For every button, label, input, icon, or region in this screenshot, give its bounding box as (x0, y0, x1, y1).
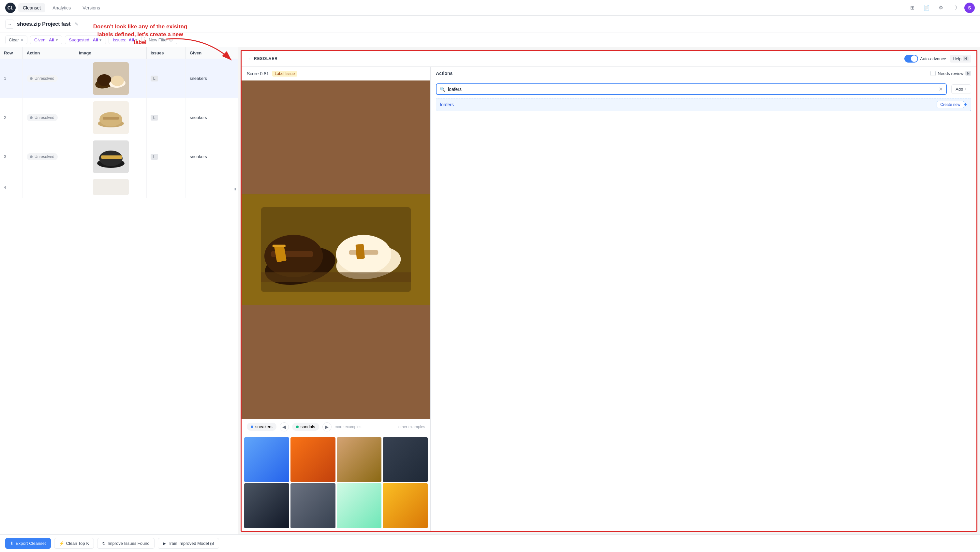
row-image (75, 59, 147, 98)
row-action: Unresolved (23, 137, 75, 176)
svg-rect-9 (103, 117, 119, 120)
table-row[interactable]: 1 Unresolved (0, 59, 238, 98)
actions-title: Actions (436, 71, 452, 76)
drag-handle-icon[interactable]: ⠿ (233, 187, 236, 193)
clear-filter-button[interactable]: Clear ✕ (5, 35, 27, 44)
thumbnail-item[interactable] (244, 437, 289, 482)
row-image (75, 98, 147, 137)
svg-rect-26 (261, 273, 411, 282)
table-row[interactable]: 4 (0, 176, 238, 198)
action-badge-unresolved: Unresolved (27, 153, 58, 160)
table-row[interactable]: 2 Unresolved (0, 98, 238, 137)
thumbnail-item[interactable] (337, 483, 382, 528)
row-number: 2 (0, 98, 23, 137)
thumbnail-item[interactable] (244, 483, 289, 528)
col-action: Action (23, 47, 75, 59)
monitor-icon[interactable]: ⊞ (907, 3, 917, 13)
resolver-body: Score 0.81 Label Issue (242, 67, 977, 531)
next-suggestion-arrow[interactable]: ▶ (323, 422, 332, 431)
other-examples-label: other examples (398, 425, 425, 429)
nav-tab-cleanset[interactable]: Cleanset (18, 3, 45, 13)
document-icon[interactable]: 📄 (921, 3, 932, 13)
row-number: 4 (0, 176, 23, 198)
label-search-input[interactable] (448, 87, 936, 92)
col-given: Given (186, 47, 238, 59)
table-row[interactable]: 3 Unresolved (0, 137, 238, 176)
table-header: Row Action Image Issues Given (0, 47, 238, 59)
row-issues: L (147, 59, 186, 98)
row-image (75, 137, 147, 176)
breadcrumb-row: → shoes.zip Project fast ✎ (0, 16, 980, 33)
clean-top-k-button[interactable]: ⚡ Clean Top K (54, 538, 94, 549)
search-icon: 🔍 (440, 87, 445, 92)
resolver-header-controls: Auto-advance Help H (904, 55, 971, 63)
new-filter-button[interactable]: New Filter ⊕ (145, 35, 177, 44)
moon-icon[interactable]: ☽ (950, 3, 961, 13)
thumbnail-item[interactable] (383, 437, 428, 482)
shoe-thumbnail[interactable] (93, 179, 129, 195)
search-result-item[interactable]: loafers Create new + (436, 98, 971, 111)
thumbnail-item[interactable] (383, 483, 428, 528)
export-cleanset-button[interactable]: ⬇ Export Cleanset (5, 538, 51, 549)
project-title: shoes.zip Project fast (17, 21, 71, 27)
edit-title-icon[interactable]: ✎ (75, 22, 79, 27)
app-logo[interactable]: CL (5, 3, 16, 13)
bottom-toolbar: ⬇ Export Cleanset ⚡ Clean Top K ↻ Improv… (0, 535, 980, 552)
svg-rect-13 (101, 155, 122, 159)
label-search-container: 🔍 ✕ Add + (431, 80, 977, 98)
thumbnail-item[interactable] (291, 483, 336, 528)
svg-rect-25 (355, 244, 365, 259)
issues-filter-button[interactable]: Issues: All ▾ (108, 35, 142, 44)
thumbnail-item[interactable] (291, 437, 336, 482)
resolver-score-row: Score 0.81 Label Issue (242, 67, 430, 81)
label-issue-badge: Label Issue (272, 71, 298, 76)
shoe-thumbnail[interactable] (93, 102, 129, 134)
actions-header-row: Actions Needs review N (431, 67, 977, 80)
given-filter-button[interactable]: Given: All ▾ (30, 35, 62, 44)
resolver-arrow-icon: → (247, 56, 251, 61)
row-issues: L (147, 137, 186, 176)
resolver-main-image (242, 81, 430, 419)
train-improved-model-button[interactable]: ▶ Train Improved Model (B (158, 538, 220, 549)
prev-suggestion-arrow[interactable]: ◀ (280, 422, 289, 431)
needs-review-checkbox[interactable] (931, 71, 935, 76)
add-label-button[interactable]: Add + (951, 84, 971, 94)
resolver-header: → RESOLVER Auto-advance Help H (242, 51, 977, 67)
resolver-actions-column: Actions Needs review N 🔍 (431, 67, 977, 531)
improve-issues-button[interactable]: ↻ Improve Issues Found (97, 538, 154, 549)
breadcrumb-back-button[interactable]: → (5, 19, 14, 29)
shoe-thumbnail[interactable] (93, 62, 129, 95)
score-label: Score 0.81 (247, 71, 269, 76)
shoe-thumbnail[interactable] (93, 140, 129, 173)
suggestion-chip-sneakers[interactable]: sneakers (247, 423, 277, 431)
thumbnail-item[interactable] (337, 437, 382, 482)
svg-rect-21 (272, 245, 286, 247)
suggestion-chip-sandals[interactable]: sandals (292, 423, 319, 431)
issue-badge: L (151, 115, 158, 121)
row-given (186, 176, 238, 198)
needs-review-container: Needs review N (931, 71, 971, 76)
auto-advance-toggle[interactable] (904, 55, 918, 63)
more-examples-label: more examples (335, 425, 361, 429)
nav-tab-versions[interactable]: Versions (78, 3, 105, 13)
result-plus-icon[interactable]: + (964, 102, 967, 108)
chip-dot-blue-icon (251, 425, 253, 428)
content-wrapper: → shoes.zip Project fast ✎ Clear ✕ Given… (0, 16, 980, 552)
help-button[interactable]: Help H (950, 55, 971, 63)
col-row: Row (0, 47, 23, 59)
resolver-suggestion-row: sneakers ◀ sandals ▶ more examples other… (242, 419, 430, 435)
thumbnail-grid (244, 437, 428, 528)
create-new-button[interactable]: Create new (937, 101, 964, 108)
action-dot-icon (30, 155, 33, 158)
nav-tab-analytics[interactable]: Analytics (48, 3, 75, 13)
row-given: sneakers (186, 137, 238, 176)
search-clear-icon[interactable]: ✕ (939, 86, 943, 92)
issue-badge: L (151, 76, 158, 81)
svg-rect-14 (93, 179, 129, 195)
suggested-filter-button[interactable]: Suggested: All ▾ (65, 35, 106, 44)
user-avatar[interactable]: S (964, 3, 975, 13)
action-badge-unresolved: Unresolved (27, 75, 58, 82)
row-action: Unresolved (23, 98, 75, 137)
row-action (23, 176, 75, 198)
settings-icon[interactable]: ⚙ (935, 3, 946, 13)
